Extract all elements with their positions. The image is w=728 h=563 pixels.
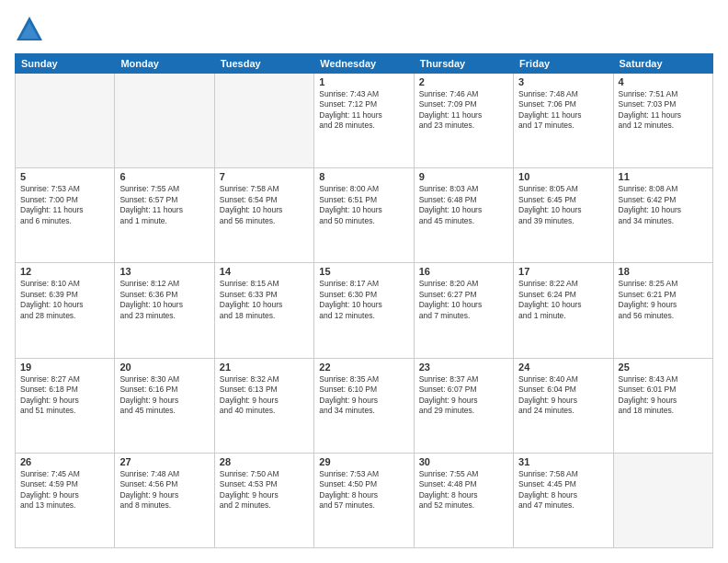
day-info: Sunrise: 7:53 AM Sunset: 7:00 PM Dayligh… [20,184,109,226]
calendar-cell: 30Sunrise: 7:55 AM Sunset: 4:48 PM Dayli… [414,453,513,547]
day-info: Sunrise: 7:55 AM Sunset: 4:48 PM Dayligh… [419,469,508,511]
day-number: 8 [319,171,408,182]
day-info: Sunrise: 7:43 AM Sunset: 7:12 PM Dayligh… [319,89,408,132]
day-number: 19 [20,362,109,373]
calendar-cell: 24Sunrise: 8:40 AM Sunset: 6:04 PM Dayli… [514,358,613,453]
day-number: 30 [419,456,508,467]
calendar-cell: 27Sunrise: 7:48 AM Sunset: 4:56 PM Dayli… [115,453,214,547]
day-number: 14 [220,266,309,277]
day-number: 15 [319,266,408,277]
day-info: Sunrise: 8:08 AM Sunset: 6:42 PM Dayligh… [619,184,708,226]
day-info: Sunrise: 8:40 AM Sunset: 6:04 PM Dayligh… [518,374,608,417]
week-row-1: 1Sunrise: 7:43 AM Sunset: 7:12 PM Daylig… [16,74,713,168]
page: SundayMondayTuesdayWednesdayThursdayFrid… [0,0,728,563]
calendar-table: SundayMondayTuesdayWednesdayThursdayFrid… [15,53,713,548]
logo-icon [15,15,44,44]
day-info: Sunrise: 8:17 AM Sunset: 6:30 PM Dayligh… [319,279,408,321]
calendar-header-row: SundayMondayTuesdayWednesdayThursdayFrid… [16,54,713,74]
day-info: Sunrise: 8:25 AM Sunset: 6:21 PM Dayligh… [619,279,708,321]
header [15,15,713,44]
day-number: 26 [20,456,109,467]
day-number: 12 [20,266,109,277]
calendar-cell: 14Sunrise: 8:15 AM Sunset: 6:33 PM Dayli… [214,263,313,358]
week-row-4: 19Sunrise: 8:27 AM Sunset: 6:18 PM Dayli… [16,358,713,453]
day-info: Sunrise: 8:20 AM Sunset: 6:27 PM Dayligh… [419,279,508,321]
calendar-cell: 9Sunrise: 8:03 AM Sunset: 6:48 PM Daylig… [414,168,513,263]
day-number: 22 [319,362,408,373]
calendar-cell: 23Sunrise: 8:37 AM Sunset: 6:07 PM Dayli… [414,358,513,453]
day-info: Sunrise: 8:35 AM Sunset: 6:10 PM Dayligh… [319,374,408,417]
day-info: Sunrise: 8:10 AM Sunset: 6:39 PM Dayligh… [20,279,109,321]
calendar-cell: 5Sunrise: 7:53 AM Sunset: 7:00 PM Daylig… [16,168,115,263]
day-number: 21 [220,362,309,373]
calendar-cell: 2Sunrise: 7:46 AM Sunset: 7:09 PM Daylig… [414,74,513,168]
day-number: 29 [319,456,408,467]
day-info: Sunrise: 7:55 AM Sunset: 6:57 PM Dayligh… [119,184,209,226]
day-number: 25 [619,362,708,373]
week-row-5: 26Sunrise: 7:45 AM Sunset: 4:59 PM Dayli… [16,453,713,547]
calendar-cell [115,74,214,168]
day-info: Sunrise: 7:58 AM Sunset: 4:45 PM Dayligh… [518,469,608,511]
calendar-cell: 7Sunrise: 7:58 AM Sunset: 6:54 PM Daylig… [214,168,313,263]
day-info: Sunrise: 8:43 AM Sunset: 6:01 PM Dayligh… [619,374,708,417]
day-number: 23 [419,362,508,373]
day-info: Sunrise: 7:48 AM Sunset: 4:56 PM Dayligh… [119,469,209,511]
calendar-cell: 12Sunrise: 8:10 AM Sunset: 6:39 PM Dayli… [16,263,115,358]
day-info: Sunrise: 8:32 AM Sunset: 6:13 PM Dayligh… [220,374,309,417]
day-number: 9 [419,171,508,182]
calendar-cell: 22Sunrise: 8:35 AM Sunset: 6:10 PM Dayli… [314,358,414,453]
day-info: Sunrise: 7:48 AM Sunset: 7:06 PM Dayligh… [518,89,608,132]
calendar-cell: 1Sunrise: 7:43 AM Sunset: 7:12 PM Daylig… [314,74,414,168]
calendar-cell: 31Sunrise: 7:58 AM Sunset: 4:45 PM Dayli… [514,453,613,547]
weekday-header-tuesday: Tuesday [214,54,313,74]
day-info: Sunrise: 8:15 AM Sunset: 6:33 PM Dayligh… [220,279,309,321]
calendar-cell: 26Sunrise: 7:45 AM Sunset: 4:59 PM Dayli… [16,453,115,547]
day-number: 27 [119,456,209,467]
logo [15,15,48,44]
day-info: Sunrise: 7:51 AM Sunset: 7:03 PM Dayligh… [619,89,708,132]
day-number: 1 [319,76,408,87]
calendar-cell [214,74,313,168]
day-info: Sunrise: 8:30 AM Sunset: 6:16 PM Dayligh… [119,374,209,417]
day-number: 5 [20,171,109,182]
calendar-cell: 13Sunrise: 8:12 AM Sunset: 6:36 PM Dayli… [115,263,214,358]
day-info: Sunrise: 8:37 AM Sunset: 6:07 PM Dayligh… [419,374,508,417]
day-number: 31 [518,456,608,467]
calendar-cell: 16Sunrise: 8:20 AM Sunset: 6:27 PM Dayli… [414,263,513,358]
day-number: 20 [119,362,209,373]
day-info: Sunrise: 8:12 AM Sunset: 6:36 PM Dayligh… [119,279,209,321]
day-number: 2 [419,76,508,87]
weekday-header-sunday: Sunday [16,54,115,74]
day-number: 4 [619,76,708,87]
day-info: Sunrise: 8:03 AM Sunset: 6:48 PM Dayligh… [419,184,508,226]
day-number: 24 [518,362,608,373]
weekday-header-saturday: Saturday [613,54,712,74]
day-info: Sunrise: 8:27 AM Sunset: 6:18 PM Dayligh… [20,374,109,417]
calendar-cell: 4Sunrise: 7:51 AM Sunset: 7:03 PM Daylig… [613,74,712,168]
calendar-cell: 28Sunrise: 7:50 AM Sunset: 4:53 PM Dayli… [214,453,313,547]
calendar-cell: 17Sunrise: 8:22 AM Sunset: 6:24 PM Dayli… [514,263,613,358]
day-info: Sunrise: 8:22 AM Sunset: 6:24 PM Dayligh… [518,279,608,321]
day-info: Sunrise: 7:50 AM Sunset: 4:53 PM Dayligh… [220,469,309,511]
week-row-2: 5Sunrise: 7:53 AM Sunset: 7:00 PM Daylig… [16,168,713,263]
day-info: Sunrise: 7:45 AM Sunset: 4:59 PM Dayligh… [20,469,109,511]
day-number: 17 [518,266,608,277]
calendar-cell: 10Sunrise: 8:05 AM Sunset: 6:45 PM Dayli… [514,168,613,263]
calendar-cell: 6Sunrise: 7:55 AM Sunset: 6:57 PM Daylig… [115,168,214,263]
calendar-cell: 19Sunrise: 8:27 AM Sunset: 6:18 PM Dayli… [16,358,115,453]
calendar-cell: 15Sunrise: 8:17 AM Sunset: 6:30 PM Dayli… [314,263,414,358]
day-number: 11 [619,171,708,182]
calendar-cell: 11Sunrise: 8:08 AM Sunset: 6:42 PM Dayli… [613,168,712,263]
calendar-cell: 29Sunrise: 7:53 AM Sunset: 4:50 PM Dayli… [314,453,414,547]
day-info: Sunrise: 7:46 AM Sunset: 7:09 PM Dayligh… [419,89,508,132]
weekday-header-wednesday: Wednesday [314,54,414,74]
weekday-header-thursday: Thursday [414,54,513,74]
calendar-cell: 20Sunrise: 8:30 AM Sunset: 6:16 PM Dayli… [115,358,214,453]
day-info: Sunrise: 8:05 AM Sunset: 6:45 PM Dayligh… [518,184,608,226]
calendar-cell: 3Sunrise: 7:48 AM Sunset: 7:06 PM Daylig… [514,74,613,168]
day-info: Sunrise: 7:53 AM Sunset: 4:50 PM Dayligh… [319,469,408,511]
day-info: Sunrise: 8:00 AM Sunset: 6:51 PM Dayligh… [319,184,408,226]
calendar-cell: 25Sunrise: 8:43 AM Sunset: 6:01 PM Dayli… [613,358,712,453]
calendar-cell: 18Sunrise: 8:25 AM Sunset: 6:21 PM Dayli… [613,263,712,358]
day-number: 16 [419,266,508,277]
